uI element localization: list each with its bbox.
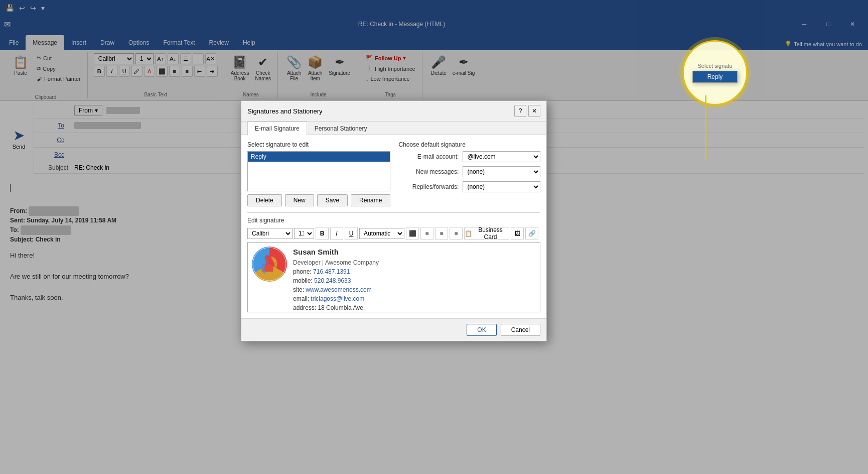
sig-action-buttons: Delete New Save Rename bbox=[247, 194, 390, 206]
edit-align-justify-btn[interactable]: ≡ bbox=[450, 227, 463, 240]
sig-list-item-reply[interactable]: Reply bbox=[248, 152, 390, 162]
save-sig-btn[interactable]: Save bbox=[317, 194, 348, 206]
signature-list[interactable]: Reply bbox=[247, 151, 390, 191]
select-sig-label: Select signature to edit bbox=[247, 141, 390, 148]
sig-email: email: triciagoss@live.com bbox=[293, 294, 379, 303]
tab-personal-stationery[interactable]: Personal Stationery bbox=[307, 122, 375, 135]
insert-hyperlink-btn[interactable]: 🔗 bbox=[525, 227, 538, 240]
delete-sig-btn[interactable]: Delete bbox=[247, 194, 282, 206]
new-messages-label: New messages: bbox=[398, 168, 459, 175]
default-sig-table: E-mail account: @live.com New messages: … bbox=[398, 151, 540, 192]
tab-email-signature[interactable]: E-mail Signature bbox=[247, 122, 307, 135]
edit-signature-area: Edit signature Calibri 11 B I U Automati… bbox=[247, 212, 540, 312]
svg-point-3 bbox=[263, 261, 266, 264]
modal-close-btn[interactable]: ✕ bbox=[528, 105, 540, 117]
edit-italic-btn[interactable]: I bbox=[330, 227, 343, 240]
replies-row: Replies/forwards: (none) bbox=[398, 181, 540, 192]
connector-line bbox=[705, 95, 706, 161]
modal-right: Choose default signature E-mail account:… bbox=[398, 141, 540, 206]
modal-tabs: E-mail Signature Personal Stationery bbox=[241, 122, 546, 135]
signature-preview: Susan Smith Developer | Awesome Company … bbox=[252, 247, 536, 312]
modal-left: Select signature to edit Reply Delete Ne… bbox=[247, 141, 390, 206]
email-account-select[interactable]: @live.com bbox=[463, 151, 540, 162]
modal-title: Signatures and Stationery bbox=[247, 107, 323, 115]
new-messages-select[interactable]: (none) bbox=[463, 166, 540, 177]
edit-underline-btn[interactable]: U bbox=[345, 227, 358, 240]
ok-btn[interactable]: OK bbox=[467, 324, 496, 336]
modal-body: Select signature to edit Reply Delete Ne… bbox=[241, 135, 546, 318]
signature-text: Susan Smith Developer | Awesome Company … bbox=[293, 247, 379, 312]
edit-align-right-btn[interactable]: ≡ bbox=[435, 227, 448, 240]
edit-sig-toolbar: Calibri 11 B I U Automatic ⬛ ≡ ≡ ≡ 📋 Bus… bbox=[247, 227, 540, 240]
svg-point-2 bbox=[273, 259, 276, 262]
replies-select[interactable]: (none) bbox=[463, 181, 540, 192]
sig-address-value: 18 Columbia Ave. bbox=[318, 304, 365, 311]
sig-phone: phone: 716.487.1391 bbox=[293, 267, 379, 276]
modal-titlebar: Signatures and Stationery ? ✕ bbox=[241, 101, 546, 122]
edit-bold-btn[interactable]: B bbox=[316, 227, 329, 240]
business-card-icon: 📋 bbox=[465, 230, 472, 237]
select-signature-popup: Select signatu Reply bbox=[682, 40, 748, 105]
default-sig-label: Choose default signature bbox=[398, 141, 540, 148]
edit-signature-content[interactable]: Susan Smith Developer | Awesome Company … bbox=[247, 242, 540, 312]
edit-color-select[interactable]: Automatic bbox=[359, 228, 404, 239]
edit-align-left-btn[interactable]: ⬛ bbox=[406, 227, 419, 240]
sig-title: Developer | Awesome Company bbox=[293, 258, 379, 267]
new-sig-btn[interactable]: New bbox=[285, 194, 314, 206]
sig-phone-link[interactable]: 716.487.1391 bbox=[313, 268, 350, 275]
sig-site: site: www.awesomeness.com bbox=[293, 285, 379, 294]
logo-svg bbox=[252, 247, 287, 282]
modal-title-buttons: ? ✕ bbox=[514, 105, 540, 117]
modal-footer: OK Cancel bbox=[241, 318, 546, 341]
email-account-label: E-mail account: bbox=[398, 153, 459, 160]
new-messages-row: New messages: (none) bbox=[398, 166, 540, 177]
sig-name: Susan Smith bbox=[293, 247, 379, 258]
cancel-btn[interactable]: Cancel bbox=[501, 324, 540, 336]
insert-picture-btn[interactable]: 🖼 bbox=[511, 227, 524, 240]
company-logo bbox=[252, 247, 287, 282]
sig-site-link[interactable]: www.awesomeness.com bbox=[306, 286, 371, 293]
replies-label: Replies/forwards: bbox=[398, 183, 459, 190]
email-account-row: E-mail account: @live.com bbox=[398, 151, 540, 162]
popup-title: Select signatu bbox=[692, 63, 738, 69]
edit-font-family[interactable]: Calibri bbox=[247, 228, 293, 239]
modal-section: Select signature to edit Reply Delete Ne… bbox=[247, 141, 540, 206]
signatures-dialog: Signatures and Stationery ? ✕ E-mail Sig… bbox=[241, 100, 547, 341]
business-card-btn[interactable]: 📋 Business Card bbox=[464, 227, 509, 240]
sig-address: address: 18 Columbia Ave. bbox=[293, 303, 379, 312]
signature-dropdown: Reply bbox=[692, 71, 738, 83]
edit-align-center-btn[interactable]: ≡ bbox=[420, 227, 433, 240]
circle-highlight: Select signatu Reply bbox=[682, 40, 748, 105]
svg-point-1 bbox=[267, 256, 271, 260]
sig-mobile-link[interactable]: 520.248.9633 bbox=[314, 277, 351, 284]
signature-reply-item[interactable]: Reply bbox=[693, 71, 737, 82]
sig-email-link[interactable]: triciagoss@live.com bbox=[311, 295, 364, 302]
edit-sig-label: Edit signature bbox=[247, 217, 540, 224]
modal-help-btn[interactable]: ? bbox=[514, 105, 526, 117]
rename-sig-btn[interactable]: Rename bbox=[351, 194, 390, 206]
edit-font-size[interactable]: 11 bbox=[294, 228, 314, 239]
sig-mobile: mobile: 520.248.9633 bbox=[293, 276, 379, 285]
